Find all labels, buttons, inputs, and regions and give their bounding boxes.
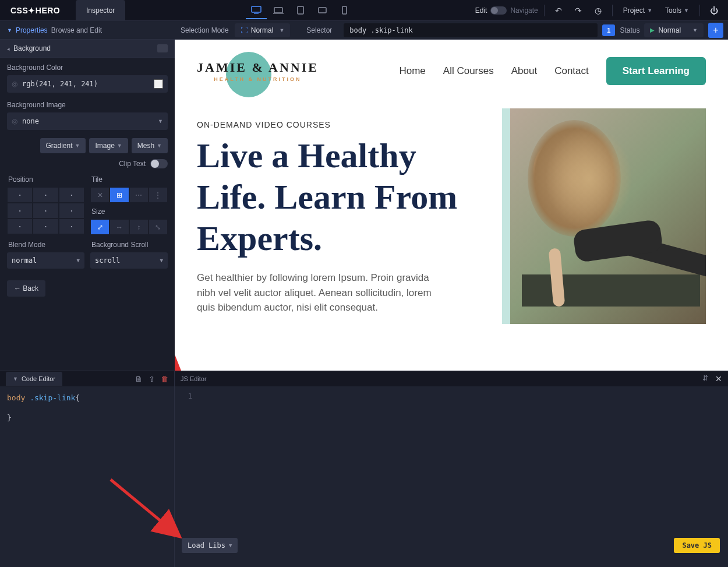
- line-number: 1: [175, 392, 198, 400]
- app-logo: CSS✦HERO: [0, 6, 76, 15]
- nav-contact[interactable]: Contact: [554, 65, 589, 77]
- pos-bot-left[interactable]: [7, 219, 33, 234]
- svg-rect-4: [298, 6, 303, 14]
- size-label: Size: [91, 207, 168, 216]
- css-code-editor[interactable]: body .skip-link{ }: [0, 386, 175, 567]
- nav-about[interactable]: About: [511, 65, 537, 77]
- status-select[interactable]: ▶ Normal ▼: [644, 23, 704, 37]
- js-editor-tab[interactable]: JS Editor: [181, 375, 207, 382]
- hero-title: Live a Healthy Life. Learn From Experts.: [197, 135, 479, 259]
- selection-mode-label: Selection Mode: [181, 26, 229, 34]
- pos-bot-center[interactable]: [33, 219, 58, 234]
- clip-text-label: Clip Text: [119, 160, 146, 168]
- start-learning-button[interactable]: Start Learning: [606, 57, 706, 85]
- status-label: Status: [620, 26, 639, 34]
- crosshair-icon: ⛶: [241, 26, 248, 34]
- bg-color-label: Background Color: [7, 64, 168, 72]
- delete-icon[interactable]: 🗑: [161, 375, 168, 383]
- bg-scroll-select[interactable]: scroll▼: [90, 252, 168, 269]
- clip-text-toggle[interactable]: [150, 159, 168, 168]
- device-tablet-icon[interactable]: [290, 2, 311, 19]
- expand-icon[interactable]: ⇵: [702, 374, 708, 383]
- pos-top-left[interactable]: [7, 187, 33, 203]
- project-menu[interactable]: Project▼: [619, 2, 657, 19]
- device-tablet-landscape-icon[interactable]: [312, 2, 333, 19]
- section-background-label: Background: [13, 44, 51, 52]
- size-width[interactable]: ↔: [109, 219, 129, 235]
- svg-rect-2: [274, 8, 282, 13]
- pos-top-center[interactable]: [33, 187, 58, 203]
- image-button[interactable]: Image▼: [89, 138, 128, 153]
- tile-x[interactable]: ⋯: [129, 187, 149, 203]
- position-grid[interactable]: [7, 187, 84, 234]
- pos-top-right[interactable]: [59, 187, 84, 203]
- size-auto[interactable]: ⤢: [90, 219, 109, 235]
- svg-rect-5: [319, 8, 326, 13]
- chevron-down-icon[interactable]: ▼: [7, 27, 12, 33]
- tile-none[interactable]: ✕: [90, 187, 109, 203]
- blend-mode-select[interactable]: normal▼: [7, 252, 84, 269]
- history-icon[interactable]: ◷: [590, 2, 606, 19]
- power-icon[interactable]: ⏻: [706, 2, 722, 19]
- preview-canvas[interactable]: JAMIE & ANNIE HEALTH & NUTRITION Home Al…: [175, 40, 728, 371]
- svg-line-7: [175, 319, 178, 369]
- pos-mid-right[interactable]: [59, 203, 84, 219]
- play-icon: ▶: [650, 27, 655, 33]
- load-libs-button[interactable]: Load Libs▼: [182, 538, 238, 553]
- edit-navigate-toggle[interactable]: [490, 6, 507, 15]
- tile-y[interactable]: ⋮: [149, 187, 168, 203]
- svg-rect-6: [342, 6, 347, 14]
- edit-label: Edit: [475, 6, 487, 15]
- nav-home[interactable]: Home: [399, 65, 425, 77]
- gradient-button[interactable]: Gradient▼: [40, 138, 86, 153]
- redo-icon[interactable]: ↷: [570, 2, 586, 19]
- nav-courses[interactable]: All Courses: [443, 65, 494, 77]
- tile-label: Tile: [91, 175, 168, 184]
- js-code-editor[interactable]: 1 Load Libs▼ Save JS: [175, 386, 728, 567]
- bg-image-input[interactable]: ◎ none ▼: [7, 112, 168, 130]
- tools-menu[interactable]: Tools▼: [660, 2, 694, 19]
- browse-edit-label: Browse and Edit: [51, 26, 102, 34]
- hero-eyebrow: ON-DEMAND VIDEO COURSES: [197, 120, 479, 129]
- save-snippet-icon[interactable]: 🗎: [135, 375, 143, 383]
- tile-both[interactable]: ⊞: [109, 187, 129, 203]
- undo-icon[interactable]: ↶: [550, 2, 567, 19]
- site-logo: JAMIE & ANNIE HEALTH & NUTRITION: [197, 60, 319, 82]
- selector-count-badge: 1: [602, 24, 615, 36]
- hero-image: [502, 108, 706, 324]
- blend-mode-label: Blend Mode: [8, 241, 84, 249]
- image-thumbnail-icon[interactable]: [157, 44, 168, 52]
- device-desktop-icon[interactable]: [246, 2, 267, 19]
- position-label: Position: [8, 175, 84, 184]
- size-height[interactable]: ↕: [129, 219, 149, 235]
- pos-mid-center[interactable]: [33, 203, 58, 219]
- tile-grid[interactable]: ✕ ⊞ ⋯ ⋮: [90, 187, 168, 203]
- color-swatch[interactable]: [154, 79, 163, 89]
- navigate-label: Navigate: [510, 6, 538, 15]
- properties-link[interactable]: Properties: [16, 26, 48, 34]
- size-cover[interactable]: ⤡: [149, 219, 168, 235]
- mesh-button[interactable]: Mesh▼: [132, 138, 168, 153]
- close-icon[interactable]: ✕: [715, 374, 722, 383]
- target-icon: ◎: [12, 80, 17, 88]
- back-button[interactable]: ← Back: [7, 280, 45, 297]
- selector-label: Selector: [306, 26, 332, 34]
- selection-mode-select[interactable]: ⛶ Normal ▼: [235, 23, 291, 37]
- device-laptop-icon[interactable]: [268, 2, 289, 19]
- svg-rect-0: [252, 6, 261, 12]
- size-grid[interactable]: ⤢ ↔ ↕ ⤡: [90, 219, 168, 235]
- bg-color-input[interactable]: ◎ rgb(241, 241, 241): [7, 75, 168, 93]
- export-icon[interactable]: ⇪: [149, 375, 155, 383]
- tab-inspector[interactable]: Inspector: [76, 0, 125, 21]
- selector-input[interactable]: body .skip-link: [344, 23, 598, 37]
- device-mobile-icon[interactable]: [334, 2, 355, 19]
- pos-bot-right[interactable]: [59, 219, 84, 234]
- pos-mid-left[interactable]: [7, 203, 33, 219]
- svg-rect-3: [273, 13, 284, 14]
- bg-image-label: Background Image: [7, 101, 168, 109]
- hero-description: Get healthier by following lorem Ipsum. …: [197, 270, 441, 315]
- chevron-left-icon[interactable]: ◂: [7, 46, 10, 52]
- code-editor-tab[interactable]: ▼Code Editor: [6, 372, 62, 386]
- add-button[interactable]: +: [708, 23, 723, 38]
- save-js-button[interactable]: Save JS: [674, 538, 720, 553]
